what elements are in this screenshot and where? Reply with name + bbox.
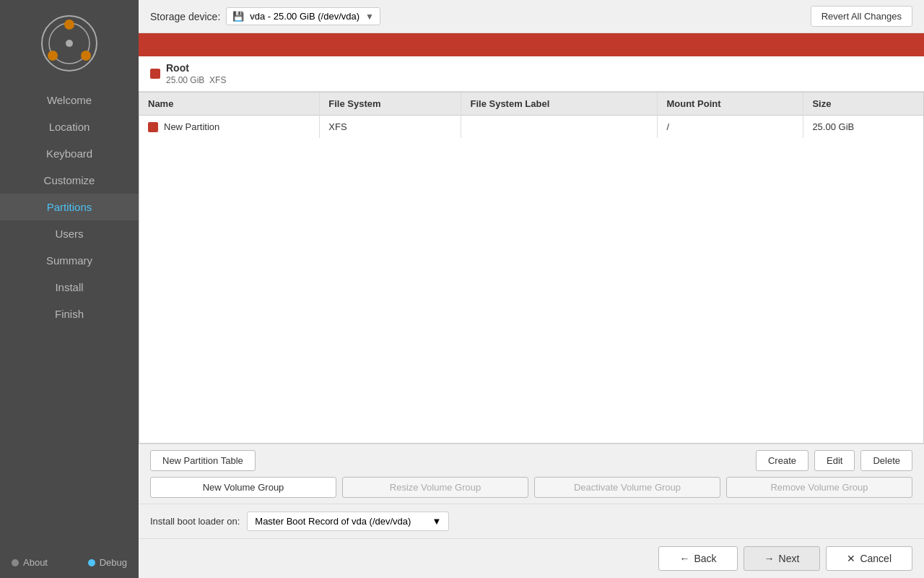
main-content: Storage device: 💾 vda - 25.00 GiB (/dev/…: [139, 0, 924, 578]
partition-table-wrapper: Name File System File System Label Mount…: [139, 92, 924, 444]
about-dot: [12, 559, 19, 566]
debug-dot: [88, 559, 95, 566]
resize-volume-group-button[interactable]: Resize Volume Group: [342, 477, 528, 498]
toolbar-right-group: Create Edit Delete: [756, 450, 912, 471]
partition-table: Name File System File System Label Mount…: [139, 92, 923, 138]
svg-point-5: [66, 40, 73, 47]
storage-device-selector: Storage device: 💾 vda - 25.00 GiB (/dev/…: [150, 7, 380, 25]
root-info: Root 25.00 GiB XFS: [166, 62, 226, 85]
col-header-filesystem-label: File System Label: [461, 92, 658, 116]
partition-filesystem-label-cell: [461, 116, 658, 139]
disk-bar: [139, 33, 924, 56]
sidebar: Welcome Location Keyboard Customize Part…: [0, 0, 139, 578]
sidebar-item-location[interactable]: Location: [0, 113, 139, 140]
nav-footer: ← Back → Next ✕ Cancel: [139, 538, 924, 578]
col-header-name: Name: [139, 92, 320, 116]
col-header-size: Size: [803, 92, 923, 116]
partition-color-dot: [148, 122, 158, 132]
col-header-filesystem: File System: [320, 92, 461, 116]
revert-all-changes-button[interactable]: Revert All Changes: [811, 6, 912, 27]
disk-icon: 💾: [232, 11, 244, 22]
bootloader-dropdown[interactable]: Master Boot Record of vda (/dev/vda) ▼: [247, 512, 449, 531]
chevron-down-icon: ▼: [432, 516, 441, 527]
col-header-mount-point: Mount Point: [658, 92, 803, 116]
storage-device-dropdown[interactable]: 💾 vda - 25.00 GiB (/dev/vda) ▼: [226, 7, 380, 25]
next-button[interactable]: → Next: [744, 546, 821, 571]
back-arrow-icon: ←: [679, 553, 689, 564]
deactivate-volume-group-button[interactable]: Deactivate Volume Group: [534, 477, 720, 498]
create-button[interactable]: Create: [756, 450, 808, 471]
sidebar-item-install[interactable]: Install: [0, 274, 139, 301]
svg-point-4: [48, 51, 58, 61]
edit-button[interactable]: Edit: [814, 450, 855, 471]
delete-button[interactable]: Delete: [860, 450, 912, 471]
sidebar-item-customize[interactable]: Customize: [0, 167, 139, 194]
remove-volume-group-button[interactable]: Remove Volume Group: [726, 477, 912, 498]
root-section: Root 25.00 GiB XFS: [139, 56, 924, 92]
partition-filesystem-cell: XFS: [320, 116, 461, 139]
svg-point-2: [64, 20, 74, 30]
root-color-indicator: [150, 69, 160, 79]
header-bar: Storage device: 💾 vda - 25.00 GiB (/dev/…: [139, 0, 924, 33]
sidebar-item-finish[interactable]: Finish: [0, 301, 139, 327]
sidebar-item-summary[interactable]: Summary: [0, 247, 139, 274]
bootloader-label: Install boot loader on:: [150, 516, 240, 527]
partition-name-cell: New Partition: [139, 116, 320, 139]
new-volume-group-button[interactable]: New Volume Group: [150, 477, 336, 498]
partition-size-cell: 25.00 GiB: [803, 116, 923, 139]
next-arrow-icon: →: [764, 553, 775, 564]
storage-device-label: Storage device:: [150, 11, 220, 22]
table-row[interactable]: New Partition XFS / 25.00 GiB: [139, 116, 923, 139]
disk-bar-container: [139, 33, 924, 56]
partition-mount-point-cell: /: [658, 116, 803, 139]
sidebar-item-users[interactable]: Users: [0, 220, 139, 247]
bootloader-row: Install boot loader on: Master Boot Reco…: [139, 504, 924, 538]
cancel-button[interactable]: ✕ Cancel: [826, 546, 912, 571]
new-partition-table-button[interactable]: New Partition Table: [150, 450, 256, 471]
about-button[interactable]: About: [12, 557, 48, 568]
chevron-down-icon: ▼: [365, 12, 374, 22]
sidebar-logo: [40, 14, 98, 72]
debug-button[interactable]: Debug: [88, 557, 127, 568]
toolbar-row-2: New Volume Group Resize Volume Group Dea…: [150, 477, 912, 498]
toolbar-row-1: New Partition Table Create Edit Delete: [150, 450, 912, 471]
back-button[interactable]: ← Back: [658, 546, 737, 571]
sidebar-item-keyboard[interactable]: Keyboard: [0, 140, 139, 167]
sidebar-item-welcome[interactable]: Welcome: [0, 87, 139, 113]
table-header-row: Name File System File System Label Mount…: [139, 92, 923, 116]
sidebar-footer: About Debug: [0, 547, 139, 578]
cancel-icon: ✕: [847, 553, 855, 564]
svg-point-3: [81, 51, 91, 61]
sidebar-item-partitions[interactable]: Partitions: [0, 194, 139, 220]
sidebar-navigation: Welcome Location Keyboard Customize Part…: [0, 87, 139, 327]
bottom-toolbar: New Partition Table Create Edit Delete N…: [139, 444, 924, 504]
